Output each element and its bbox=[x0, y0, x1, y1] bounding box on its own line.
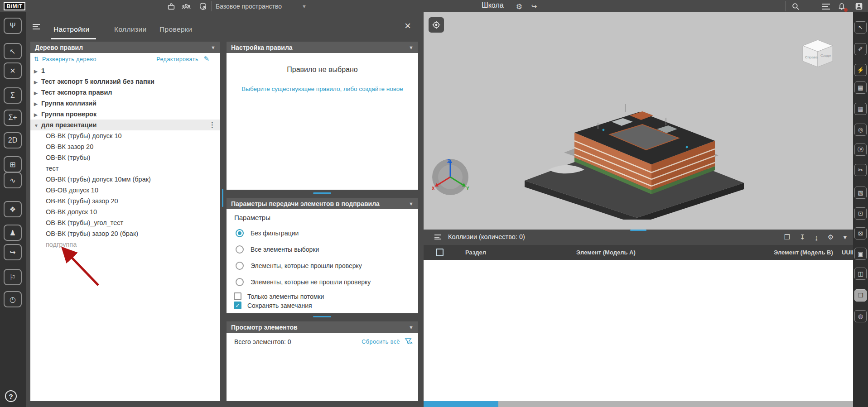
plan-icon[interactable]: Ⓟ bbox=[854, 144, 867, 156]
column-header[interactable]: Элемент (Модель A) bbox=[576, 249, 636, 256]
structure-icon[interactable]: ⊞ bbox=[4, 156, 22, 172]
section-plane-icon[interactable]: ⊡ bbox=[854, 207, 867, 220]
scrollbar-thumb[interactable] bbox=[424, 401, 498, 407]
checkbox-icon[interactable] bbox=[234, 292, 241, 300]
2d-view-icon[interactable]: 2D bbox=[4, 132, 22, 148]
user-location-icon[interactable]: ⚐ bbox=[4, 269, 22, 285]
radio-icon[interactable] bbox=[236, 245, 244, 254]
radio-selected-icon[interactable] bbox=[236, 229, 244, 237]
navigation-cube[interactable]: Справа Сзади bbox=[797, 35, 839, 71]
filter-option[interactable]: Все элементы выборки bbox=[236, 245, 319, 254]
cube-view-icon[interactable]: ❒ bbox=[854, 289, 867, 302]
gear-icon[interactable]: ⚙ bbox=[514, 1, 524, 11]
panel-resize-grip[interactable] bbox=[313, 192, 331, 194]
locate-camera-icon[interactable] bbox=[429, 17, 444, 33]
item-menu-icon[interactable]: ⋮ bbox=[209, 120, 216, 130]
chevron-down-icon[interactable]: ▼ bbox=[34, 120, 41, 131]
focus-target-icon[interactable]: ◎ bbox=[854, 124, 867, 136]
tree-item[interactable]: ▶Тест экспорта правил bbox=[30, 87, 220, 98]
workspace-selector[interactable]: Базовое пространство ▼ bbox=[216, 0, 307, 12]
charts-icon[interactable]: ∿ bbox=[4, 172, 22, 188]
tree-item[interactable]: ▶Группа проверок bbox=[30, 109, 220, 120]
box-mode-icon[interactable]: ◫ bbox=[854, 268, 867, 280]
column-header[interactable]: Раздел bbox=[465, 249, 486, 256]
tree-item[interactable]: ОВ-ВК (трубы) зазор 20 (брак) bbox=[30, 228, 220, 239]
tree-item[interactable]: ОВ-ВК допуск 10 bbox=[30, 206, 220, 217]
rules-sum-add-icon[interactable]: Σ+ bbox=[4, 110, 22, 126]
tab-settings[interactable]: Настройки bbox=[53, 25, 90, 34]
collapse-panel-icon[interactable]: ▼ bbox=[409, 45, 414, 50]
row-height-icon[interactable]: ↨ bbox=[815, 234, 819, 241]
tree-item[interactable]: ОВ-ВК (трубы) зазор 20 bbox=[30, 196, 220, 206]
model-tree-icon[interactable]: Ψ bbox=[4, 18, 22, 34]
notifications-bell-icon[interactable] bbox=[837, 1, 847, 11]
tree-item[interactable]: подгруппа bbox=[30, 239, 220, 250]
expand-tree-icon[interactable]: ⇅ bbox=[34, 56, 39, 62]
tab-checks[interactable]: Проверки bbox=[159, 25, 192, 34]
tree-item[interactable]: ОВ-ВК зазор 20 bbox=[30, 141, 220, 152]
column-resize-grip[interactable] bbox=[222, 189, 223, 207]
clear-section-icon[interactable]: ⊠ bbox=[854, 227, 867, 239]
tree-item[interactable]: ОВ-ВК (трубы) допуск 10 bbox=[30, 130, 220, 141]
filter-option[interactable]: Без фильтрации bbox=[236, 229, 299, 237]
account-icon[interactable] bbox=[854, 1, 864, 11]
security-shield-icon[interactable] bbox=[198, 1, 208, 11]
collapse-panel-icon[interactable]: ▼ bbox=[409, 201, 414, 206]
tree-item[interactable]: ОВ-ВК (трубы)_угол_тест bbox=[30, 217, 220, 228]
help-button[interactable]: ? bbox=[5, 390, 17, 402]
filter-option[interactable]: Элементы, которые прошли проверку bbox=[236, 262, 362, 270]
checkbox-checked-icon[interactable]: ✓ bbox=[234, 302, 241, 309]
menu-list-icon[interactable] bbox=[821, 1, 831, 11]
plugins-icon[interactable]: ❖ bbox=[4, 201, 22, 217]
layers-icon[interactable]: ▣ bbox=[854, 248, 867, 260]
panel-resize-grip[interactable] bbox=[313, 316, 331, 317]
radio-icon[interactable] bbox=[236, 278, 244, 286]
option-checkbox[interactable]: ✓Сохранять замечания bbox=[234, 302, 312, 309]
briefcase-icon[interactable] bbox=[166, 1, 176, 11]
team-icon[interactable] bbox=[181, 1, 191, 11]
edit-pencil-icon[interactable]: ✎ bbox=[203, 55, 209, 63]
chevron-right-icon[interactable]: ▶ bbox=[34, 88, 41, 99]
tree-item[interactable]: ОВ-ВК (трубы) bbox=[30, 152, 220, 163]
collisions-menu-icon[interactable] bbox=[434, 235, 441, 239]
tree-item[interactable]: ▶Тест экспорт 5 коллизий без папки bbox=[30, 76, 220, 87]
collapse-panel-icon[interactable]: ▼ bbox=[409, 325, 414, 330]
bimit-logo[interactable]: BiMiT bbox=[4, 2, 25, 10]
chevron-right-icon[interactable]: ▶ bbox=[34, 66, 41, 77]
section-cut-icon[interactable]: ✂ bbox=[854, 164, 867, 176]
grid-icon[interactable]: ▦ bbox=[854, 103, 867, 115]
expand-tree-link[interactable]: Развернуть дерево bbox=[42, 56, 96, 62]
fit-height-icon[interactable]: ↧ bbox=[800, 233, 805, 241]
tree-item[interactable]: ▶Группа коллизий bbox=[30, 98, 220, 109]
horizontal-scrollbar[interactable] bbox=[424, 401, 853, 407]
building-model[interactable] bbox=[521, 84, 747, 220]
dashboard-icon[interactable]: ◷ bbox=[4, 291, 22, 307]
viewport-3d[interactable]: Справа Сзади Z X Y bbox=[424, 12, 853, 407]
column-header[interactable]: UUID bbox=[842, 249, 853, 256]
tree-item[interactable]: ОВ-ВК (трубы) допуск 10мм (брак) bbox=[30, 174, 220, 185]
tree-item[interactable]: ОВ-ОВ допуск 10 bbox=[30, 185, 220, 196]
report-icon[interactable]: ▤ bbox=[854, 81, 867, 94]
select-elements-icon[interactable]: ↖ bbox=[4, 43, 22, 59]
clash-detection-icon[interactable]: ✕ bbox=[4, 62, 22, 79]
chevron-right-icon[interactable]: ▶ bbox=[34, 77, 41, 88]
search-icon[interactable] bbox=[791, 1, 800, 11]
section-box-icon[interactable]: ▧ bbox=[854, 187, 867, 199]
option-checkbox[interactable]: Только элементы потомки bbox=[234, 292, 324, 300]
window-menu-icon[interactable] bbox=[33, 24, 40, 29]
collapse-panel-icon[interactable]: ▼ bbox=[211, 45, 216, 50]
tree-item[interactable]: ▼для презентации⋮ bbox=[30, 120, 220, 130]
chevron-right-icon[interactable]: ▶ bbox=[34, 110, 41, 120]
filter-off-icon[interactable] bbox=[405, 338, 413, 347]
panel-resize-grip[interactable] bbox=[630, 230, 646, 231]
close-icon[interactable]: × bbox=[405, 20, 411, 31]
collapse-panel-icon[interactable]: ▾ bbox=[843, 233, 847, 241]
copy-collisions-icon[interactable]: ❐ bbox=[784, 233, 790, 241]
filter-option[interactable]: Элементы, которые не прошли проверку bbox=[236, 278, 371, 286]
export-icon[interactable]: ↪ bbox=[4, 244, 22, 260]
rule-empty-hint-link[interactable]: Выберите существующее правило, либо созд… bbox=[227, 86, 418, 92]
tree-item[interactable]: тест bbox=[30, 163, 220, 174]
pointer-icon[interactable]: ↖ bbox=[854, 21, 867, 34]
column-header[interactable]: Элемент (Модель B) bbox=[774, 249, 833, 256]
users-icon[interactable]: ♟ bbox=[4, 225, 22, 241]
